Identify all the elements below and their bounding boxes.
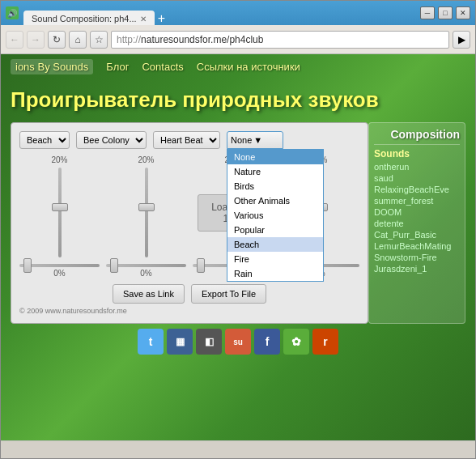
sidebar-item-5[interactable]: detente <box>374 218 460 229</box>
h-fader-thumb-1[interactable] <box>23 258 32 273</box>
nav-item-blog[interactable]: Блог <box>106 61 129 73</box>
new-tab-button[interactable]: + <box>158 12 165 25</box>
sidebar-item-0[interactable]: ontherun <box>374 161 460 172</box>
site-nav: ions By Sounds Блог Contacts Ссылки на и… <box>1 54 475 79</box>
address-bar[interactable]: http://naturesoundsfor.me/ph4club <box>111 31 449 49</box>
save-link-button[interactable]: Save as Link <box>113 284 185 304</box>
tab-close-button[interactable]: ✕ <box>140 15 147 23</box>
export-button[interactable]: Export To File <box>191 284 266 304</box>
dropdown-option-various[interactable]: Various <box>227 208 323 223</box>
fader-track-2[interactable] <box>145 168 148 257</box>
app-icon: 🔊 <box>6 6 19 19</box>
minimize-button[interactable]: ─ <box>420 6 435 19</box>
window-controls: ─ □ ✕ <box>420 6 470 19</box>
social2-button[interactable]: ▦ <box>167 329 193 355</box>
fader-label-1: 20% <box>51 155 67 164</box>
dropdown-trigger-4[interactable]: None ▼ <box>227 131 283 149</box>
dropdown-arrow-icon: ▼ <box>253 135 262 145</box>
sidebar-panel: Composition Sounds ontherun saud Relaxin… <box>368 122 465 324</box>
h-fader-thumb-2[interactable] <box>110 258 118 273</box>
stumbleupon-button[interactable]: su <box>225 329 251 355</box>
close-button[interactable]: ✕ <box>456 6 470 19</box>
active-tab[interactable]: Sound Composition: ph4... ✕ <box>23 11 155 25</box>
address-domain: naturesoundsfor.me/ph4club <box>141 34 263 45</box>
sidebar-title: Composition <box>374 128 460 145</box>
sidebar-item-2[interactable]: RelaxingBeachEve <box>374 184 460 195</box>
sidebar-item-3[interactable]: summer_forest <box>374 195 460 206</box>
dropdown-option-animals[interactable]: Other Animals <box>227 193 323 208</box>
window-frame: 🔊 Sound Composition: ph4... ✕ + ─ □ ✕ ← … <box>0 0 476 459</box>
h-fader-label-1: 0% <box>53 269 65 278</box>
h-fader-label-2: 0% <box>140 269 151 278</box>
sidebar-item-1[interactable]: saud <box>374 172 460 184</box>
sidebar-item-8[interactable]: Snowstorm-Fire <box>374 252 460 263</box>
h-fader-track-2[interactable] <box>106 264 186 267</box>
h-fader-strip-1: 0% <box>19 264 100 278</box>
channel-dropdown-4: None ▼ None Nature Birds Other Animals V… <box>227 131 283 149</box>
nav-item-sounds[interactable]: ions By Sounds <box>11 59 93 74</box>
app-container: Beach Bee Colony Heart Beat None ▼ <box>11 122 465 324</box>
sidebar-item-6[interactable]: Cat_Purr_Basic <box>374 229 460 240</box>
nav-item-contacts[interactable]: Contacts <box>142 61 183 73</box>
forward-button[interactable]: → <box>27 31 45 49</box>
browser-nav-bar: ← → ↻ ⌂ ☆ http://naturesoundsfor.me/ph4c… <box>1 25 475 54</box>
reddit-icon: r <box>323 335 327 348</box>
back-button[interactable]: ← <box>6 31 23 49</box>
channel-select-3[interactable]: Heart Beat <box>153 131 220 149</box>
fader-label-2: 20% <box>138 155 154 164</box>
channel-select-2[interactable]: Bee Colony <box>76 131 147 149</box>
green-social-button[interactable]: ✿ <box>283 329 309 355</box>
h-fader-strip-2: 0% <box>106 264 186 278</box>
sidebar-section-sounds: Sounds <box>374 148 460 159</box>
social-toolbar: t ▦ ◧ su f ✿ r <box>1 324 475 359</box>
fader-strip-1: 20% <box>19 155 100 261</box>
address-http: http:// <box>117 34 141 45</box>
twitter-button[interactable]: t <box>138 329 164 355</box>
action-row: Save as Link Export To File <box>19 284 359 304</box>
dropdown-option-rain[interactable]: Rain <box>227 266 323 281</box>
sidebar-item-9[interactable]: Jurasdzeni_1 <box>374 263 460 274</box>
h-fader-track-1[interactable] <box>19 264 100 267</box>
social2-icon: ▦ <box>176 336 185 347</box>
sidebar-item-4[interactable]: DOOM <box>374 206 460 218</box>
social3-button[interactable]: ◧ <box>196 329 222 355</box>
go-button[interactable]: ▶ <box>453 31 470 49</box>
nav-item-sources[interactable]: Ссылки на источники <box>197 61 300 73</box>
player-panel: Beach Bee Colony Heart Beat None ▼ <box>11 122 368 324</box>
page-content: ions By Sounds Блог Contacts Ссылки на и… <box>1 54 475 440</box>
h-fader-thumb-3[interactable] <box>197 258 205 273</box>
dropdown-option-fire[interactable]: Fire <box>227 252 323 266</box>
tab-bar: Sound Composition: ph4... ✕ + <box>23 1 165 25</box>
tab-label: Sound Composition: ph4... <box>32 14 137 23</box>
dropdown-option-popular[interactable]: Popular <box>227 223 323 237</box>
player-footer: © 2009 www.naturesoundsfor.me <box>19 307 359 315</box>
fader-thumb-2[interactable] <box>138 203 155 211</box>
facebook-icon: f <box>266 335 270 348</box>
reddit-button[interactable]: r <box>312 329 338 355</box>
dropdown-menu-4: None Nature Birds Other Animals Various … <box>227 149 324 282</box>
title-bar: 🔊 Sound Composition: ph4... ✕ + ─ □ ✕ <box>1 1 475 25</box>
facebook-button[interactable]: f <box>254 329 280 355</box>
dropdown-option-beach[interactable]: Beach <box>227 237 323 252</box>
status-bar <box>1 440 475 458</box>
social3-icon: ◧ <box>205 336 214 347</box>
stumbleupon-icon: su <box>233 338 243 346</box>
fader-strip-2: 20% <box>106 155 186 261</box>
dropdown-option-birds[interactable]: Birds <box>227 179 323 193</box>
fader-track-1[interactable] <box>58 168 62 257</box>
star-button[interactable]: ☆ <box>90 31 108 49</box>
hero-title: Проигрыватель природных звуков <box>11 87 465 113</box>
green-social-icon: ✿ <box>291 335 301 348</box>
refresh-button[interactable]: ↻ <box>48 31 66 49</box>
dropdown-value-4: None <box>231 135 252 145</box>
channel-select-1[interactable]: Beach <box>19 131 70 149</box>
fader-thumb-1[interactable] <box>52 203 68 211</box>
dropdown-option-nature[interactable]: Nature <box>227 164 323 179</box>
hero-section: Проигрыватель природных звуков <box>1 79 475 122</box>
channel-row: Beach Bee Colony Heart Beat None ▼ <box>19 131 359 149</box>
twitter-icon: t <box>149 335 153 348</box>
home-button[interactable]: ⌂ <box>69 31 87 49</box>
sidebar-item-7[interactable]: LemurBeachMating <box>374 240 460 252</box>
maximize-button[interactable]: □ <box>438 6 453 19</box>
dropdown-option-none[interactable]: None <box>227 150 323 164</box>
